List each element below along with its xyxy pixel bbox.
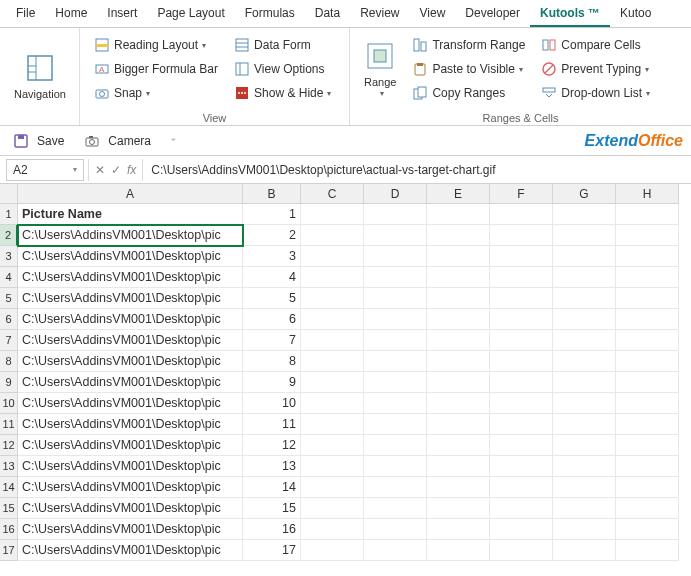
range-button[interactable]: Range ▾: [356, 32, 404, 106]
cell[interactable]: [427, 267, 490, 288]
cell[interactable]: 6: [243, 309, 301, 330]
tab-review[interactable]: Review: [350, 0, 409, 27]
qat-customize[interactable]: ⁼: [166, 133, 181, 149]
cell[interactable]: [427, 477, 490, 498]
cell[interactable]: 17: [243, 540, 301, 561]
cell[interactable]: [427, 540, 490, 561]
row-header[interactable]: 15: [0, 498, 18, 519]
cell[interactable]: C:\Users\AddinsVM001\Desktop\pic: [18, 267, 243, 288]
cell[interactable]: [490, 477, 553, 498]
formula-input[interactable]: C:\Users\AddinsVM001\Desktop\picture\act…: [143, 163, 691, 177]
data-form-button[interactable]: Data Form: [230, 34, 335, 56]
cell[interactable]: [427, 435, 490, 456]
cell[interactable]: [553, 393, 616, 414]
cell[interactable]: [553, 246, 616, 267]
cell[interactable]: [301, 225, 364, 246]
cell[interactable]: [490, 204, 553, 225]
cell[interactable]: [301, 435, 364, 456]
tab-developer[interactable]: Developer: [455, 0, 530, 27]
cell[interactable]: [553, 309, 616, 330]
cell[interactable]: [553, 519, 616, 540]
cell[interactable]: [553, 498, 616, 519]
cell[interactable]: 5: [243, 288, 301, 309]
cell[interactable]: [364, 204, 427, 225]
cell[interactable]: [616, 540, 679, 561]
cell[interactable]: [553, 372, 616, 393]
cell[interactable]: [490, 309, 553, 330]
col-header-A[interactable]: A: [18, 184, 243, 204]
cell[interactable]: [553, 477, 616, 498]
copy-ranges-button[interactable]: Copy Ranges: [408, 82, 529, 104]
cell[interactable]: [301, 498, 364, 519]
cell[interactable]: [427, 456, 490, 477]
cell[interactable]: [553, 351, 616, 372]
row-header[interactable]: 1: [0, 204, 18, 225]
cell[interactable]: 16: [243, 519, 301, 540]
name-box[interactable]: A2 ▾: [6, 159, 84, 181]
cell[interactable]: [427, 351, 490, 372]
cell[interactable]: 15: [243, 498, 301, 519]
cell[interactable]: C:\Users\AddinsVM001\Desktop\pic: [18, 393, 243, 414]
cell[interactable]: C:\Users\AddinsVM001\Desktop\pic: [18, 351, 243, 372]
cell[interactable]: 1: [243, 204, 301, 225]
snap-button[interactable]: Snap▾: [90, 82, 222, 104]
cell[interactable]: [490, 414, 553, 435]
cell[interactable]: [490, 435, 553, 456]
tab-view[interactable]: View: [410, 0, 456, 27]
cell[interactable]: [553, 288, 616, 309]
cell[interactable]: 8: [243, 351, 301, 372]
cancel-icon[interactable]: ✕: [95, 163, 105, 177]
cell[interactable]: C:\Users\AddinsVM001\Desktop\pic: [18, 540, 243, 561]
cell[interactable]: [553, 456, 616, 477]
show-hide-button[interactable]: Show & Hide▾: [230, 82, 335, 104]
cell[interactable]: 12: [243, 435, 301, 456]
cell[interactable]: [301, 330, 364, 351]
cell[interactable]: [553, 414, 616, 435]
cell[interactable]: [301, 414, 364, 435]
bigger-formula-button[interactable]: A Bigger Formula Bar: [90, 58, 222, 80]
col-header-H[interactable]: H: [616, 184, 679, 204]
cell[interactable]: [364, 225, 427, 246]
cell[interactable]: C:\Users\AddinsVM001\Desktop\pic: [18, 414, 243, 435]
enter-icon[interactable]: ✓: [111, 163, 121, 177]
cell[interactable]: [490, 498, 553, 519]
cell[interactable]: [490, 246, 553, 267]
cell[interactable]: [490, 351, 553, 372]
cell[interactable]: [301, 540, 364, 561]
cell[interactable]: [427, 414, 490, 435]
cell[interactable]: [616, 267, 679, 288]
cell[interactable]: [364, 498, 427, 519]
transform-range-button[interactable]: Transform Range: [408, 34, 529, 56]
cell[interactable]: C:\Users\AddinsVM001\Desktop\pic: [18, 477, 243, 498]
paste-visible-button[interactable]: Paste to Visible▾: [408, 58, 529, 80]
cell[interactable]: C:\Users\AddinsVM001\Desktop\pic: [18, 372, 243, 393]
cell[interactable]: [427, 330, 490, 351]
row-header[interactable]: 6: [0, 309, 18, 330]
cell[interactable]: [364, 288, 427, 309]
cell[interactable]: C:\Users\AddinsVM001\Desktop\pic: [18, 498, 243, 519]
cell[interactable]: [364, 351, 427, 372]
cell[interactable]: [427, 519, 490, 540]
cell[interactable]: [490, 288, 553, 309]
cell[interactable]: [301, 351, 364, 372]
tab-file[interactable]: File: [6, 0, 45, 27]
row-header[interactable]: 12: [0, 435, 18, 456]
cell[interactable]: [301, 204, 364, 225]
camera-button[interactable]: Camera: [79, 130, 156, 152]
cell[interactable]: [301, 477, 364, 498]
cell[interactable]: [427, 288, 490, 309]
col-header-B[interactable]: B: [243, 184, 301, 204]
cell[interactable]: C:\Users\AddinsVM001\Desktop\pic: [18, 330, 243, 351]
cell[interactable]: [364, 540, 427, 561]
cell[interactable]: [553, 225, 616, 246]
save-button[interactable]: Save: [8, 130, 69, 152]
cell[interactable]: 11: [243, 414, 301, 435]
cell[interactable]: [616, 456, 679, 477]
cell[interactable]: 2: [243, 225, 301, 246]
tab-home[interactable]: Home: [45, 0, 97, 27]
cell[interactable]: [616, 330, 679, 351]
tab-kutoo[interactable]: Kutoo: [610, 0, 661, 27]
row-header[interactable]: 10: [0, 393, 18, 414]
cell[interactable]: [301, 288, 364, 309]
tab-insert[interactable]: Insert: [97, 0, 147, 27]
